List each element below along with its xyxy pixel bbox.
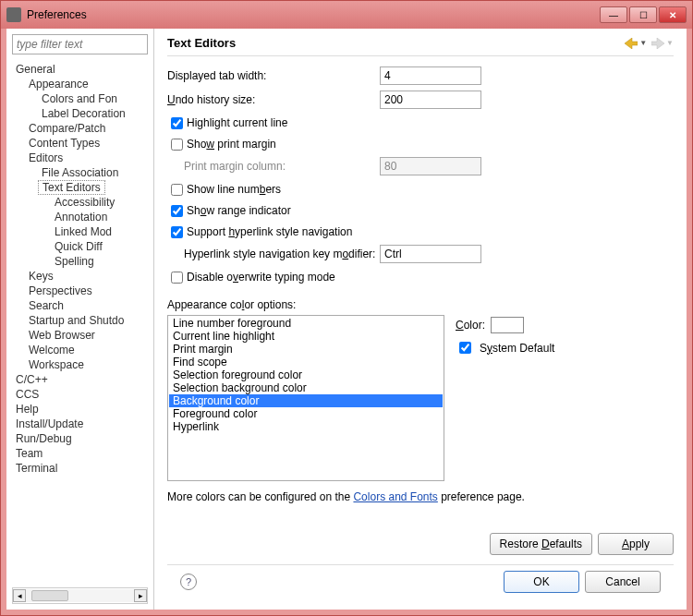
color-option[interactable]: Hyperlink	[169, 420, 443, 433]
nav-back-icon[interactable]	[624, 37, 638, 50]
titlebar[interactable]: Preferences ― ☐ ✕	[1, 1, 692, 29]
tree-item[interactable]: Startup and Shutdo	[12, 313, 148, 328]
colors-fonts-link[interactable]: Colors and Fonts	[353, 490, 437, 503]
nav-forward-icon[interactable]	[650, 37, 665, 50]
tree-item[interactable]: Editors	[12, 151, 148, 165]
tree-item[interactable]: Terminal	[12, 461, 148, 476]
tree-item[interactable]: Search	[12, 298, 148, 313]
tree-item[interactable]: Help	[12, 402, 148, 417]
color-swatch-button[interactable]	[491, 317, 524, 333]
tab-width-label: Displayed tab width:	[167, 69, 380, 82]
undo-input[interactable]	[380, 91, 481, 109]
tree-item[interactable]: General	[12, 62, 148, 77]
tree-item[interactable]: Spelling	[12, 254, 148, 269]
main-panel: Text Editors ▼ ▼ Displayed tab width: Un…	[154, 29, 687, 610]
line-numbers-checkbox[interactable]	[171, 184, 183, 196]
sidebar: GeneralAppearanceColors and FonLabel Dec…	[6, 29, 154, 610]
tree-item[interactable]: File Association	[12, 165, 148, 180]
tree-item[interactable]: Text Editors	[38, 180, 105, 195]
nav-back-dropdown-icon[interactable]: ▼	[639, 39, 647, 47]
print-margin-col-label: Print margin column:	[167, 160, 380, 173]
app-icon	[6, 7, 21, 22]
color-option[interactable]: Selection foreground color	[169, 368, 443, 381]
color-option[interactable]: Print margin	[169, 343, 443, 356]
filter-input[interactable]	[12, 34, 148, 54]
tree-item[interactable]: Run/Debug	[12, 431, 148, 446]
tree-item[interactable]: Label Decoration	[12, 106, 148, 121]
window-title: Preferences	[27, 8, 600, 21]
page-title: Text Editors	[167, 36, 620, 50]
info-line: More colors can be configured on the Col…	[167, 490, 674, 503]
print-margin-label: Show print margin	[187, 138, 276, 151]
scroll-thumb[interactable]	[31, 590, 68, 601]
tree-item[interactable]: C/C++	[12, 372, 148, 387]
range-label: Show range indicator	[187, 204, 291, 217]
tree-item[interactable]: Colors and Fon	[12, 91, 148, 106]
hyperlink-mod-input[interactable]	[380, 245, 481, 263]
cancel-button[interactable]: Cancel	[585, 571, 661, 593]
tree-item[interactable]: Install/Update	[12, 417, 148, 431]
system-default-checkbox[interactable]	[459, 342, 471, 354]
tree-item[interactable]: Annotation	[12, 210, 148, 224]
tree-item[interactable]: Quick Diff	[12, 239, 148, 254]
color-option[interactable]: Foreground color	[169, 407, 443, 420]
hyperlink-mod-label: Hyperlink style navigation key modifier:	[167, 248, 380, 260]
hyperlink-nav-checkbox[interactable]	[171, 226, 183, 238]
preference-tree[interactable]: GeneralAppearanceColors and FonLabel Dec…	[12, 62, 148, 587]
tree-item[interactable]: Keys	[12, 269, 148, 284]
preferences-window: Preferences ― ☐ ✕ GeneralAppearanceColor…	[0, 0, 693, 616]
color-section-label: Appearance color options:	[167, 298, 674, 311]
tree-item[interactable]: Team	[12, 446, 148, 461]
print-margin-checkbox[interactable]	[171, 139, 183, 151]
line-numbers-label: Show line numbers	[187, 183, 281, 196]
color-options-list[interactable]: Line number foregroundCurrent line highl…	[167, 315, 444, 481]
overwrite-checkbox[interactable]	[171, 272, 183, 284]
nav-forward-dropdown-icon[interactable]: ▼	[666, 39, 674, 47]
color-option[interactable]: Selection background color	[169, 381, 443, 394]
tree-item[interactable]: Welcome	[12, 343, 148, 357]
minimize-button[interactable]: ―	[600, 6, 627, 23]
tab-width-input[interactable]	[380, 66, 481, 85]
overwrite-label: Disable overwrite typing mode	[187, 271, 335, 284]
highlight-checkbox[interactable]	[171, 117, 183, 129]
apply-button[interactable]: Apply	[598, 533, 674, 555]
scroll-right-icon[interactable]: ▸	[134, 589, 147, 602]
color-option[interactable]: Find scope	[169, 356, 443, 368]
range-checkbox[interactable]	[171, 205, 183, 217]
hyperlink-nav-label: Support hyperlink style navigation	[187, 225, 352, 238]
ok-button[interactable]: OK	[504, 571, 579, 593]
main-header: Text Editors ▼ ▼	[167, 36, 674, 56]
color-label: Color:	[456, 319, 485, 332]
tree-item[interactable]: Accessibility	[12, 195, 148, 210]
scroll-left-icon[interactable]: ◂	[13, 589, 26, 602]
color-option[interactable]: Line number foreground	[169, 317, 443, 330]
footer: ? OK Cancel	[167, 564, 674, 602]
color-option[interactable]: Current line highlight	[169, 330, 443, 343]
print-margin-col-input	[380, 157, 481, 175]
undo-label: Undo history size:	[167, 93, 380, 106]
tree-hscrollbar[interactable]: ◂ ▸	[12, 587, 148, 604]
content-area: GeneralAppearanceColors and FonLabel Dec…	[1, 29, 692, 615]
help-icon[interactable]: ?	[180, 574, 197, 590]
maximize-button[interactable]: ☐	[629, 6, 657, 23]
system-default-label: System Default	[480, 342, 554, 355]
tree-item[interactable]: Content Types	[12, 136, 148, 151]
tree-item[interactable]: CCS	[12, 387, 148, 402]
tree-item[interactable]: Web Browser	[12, 328, 148, 343]
tree-item[interactable]: Workspace	[12, 357, 148, 372]
highlight-label: Highlight current line	[187, 116, 287, 129]
scroll-track[interactable]	[26, 589, 134, 602]
tree-item[interactable]: Appearance	[12, 77, 148, 91]
close-button[interactable]: ✕	[659, 6, 687, 23]
tree-item[interactable]: Perspectives	[12, 284, 148, 298]
tree-item[interactable]: Compare/Patch	[12, 121, 148, 136]
tree-item[interactable]: Linked Mod	[12, 224, 148, 239]
color-option[interactable]: Background color	[169, 394, 443, 407]
restore-defaults-button[interactable]: Restore Defaults	[490, 533, 592, 555]
